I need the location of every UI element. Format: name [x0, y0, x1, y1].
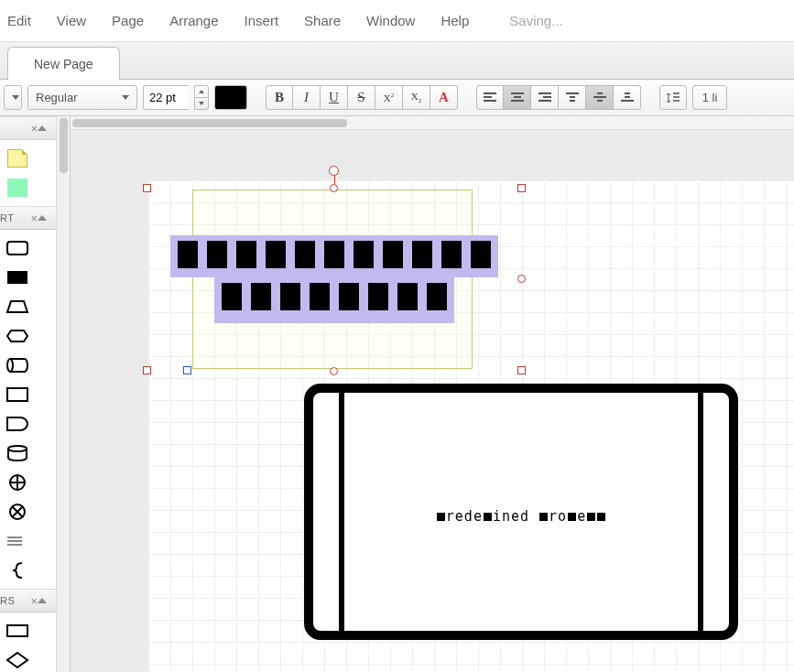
panel1-collapse-icon[interactable] — [38, 125, 47, 131]
panel3-close-icon[interactable]: × — [30, 594, 38, 608]
svg-rect-7 — [7, 625, 27, 636]
clear-format-button[interactable]: A — [430, 85, 458, 110]
panel1-close-icon[interactable]: × — [30, 122, 38, 135]
font-size-input[interactable] — [143, 85, 189, 110]
canvas[interactable]: redeined roe — [148, 180, 794, 672]
shape-rect2[interactable] — [5, 620, 29, 642]
shape-diamond[interactable] — [5, 649, 29, 671]
sticky-note-shape[interactable] — [5, 147, 29, 169]
line-spacing-button[interactable] — [659, 85, 687, 110]
canvas-hscrollbar[interactable] — [71, 116, 794, 130]
shape-rect-outline[interactable] — [5, 384, 29, 406]
shape-rounded-rect[interactable] — [5, 237, 29, 259]
panel2-close-icon[interactable]: × — [30, 211, 38, 225]
formatting-toolbar: Regular B I U S X2 X2 A 1 li — [0, 80, 794, 116]
panel-scrollbar[interactable] — [56, 116, 70, 672]
align-right-button[interactable] — [531, 85, 559, 110]
left-panels: × RT × — [0, 116, 71, 672]
shape-circle-x[interactable] — [5, 501, 29, 523]
canvas-area[interactable]: redeined roe — [71, 116, 794, 672]
menu-window[interactable]: Window — [366, 13, 415, 28]
svg-point-4 — [8, 446, 27, 451]
anchor-handle[interactable] — [183, 366, 191, 374]
align-center-button[interactable] — [504, 85, 531, 110]
align-middle-button[interactable] — [586, 85, 614, 110]
shape-cylinder-h[interactable] — [5, 354, 29, 376]
menu-bar: Edit View Page Arrange Insert Share Wind… — [0, 0, 794, 42]
shape-rect-fill[interactable] — [5, 266, 29, 288]
panel3-header[interactable]: RS × — [0, 589, 56, 612]
shape-half-circle[interactable] — [5, 413, 29, 435]
menu-insert[interactable]: Insert — [245, 13, 279, 28]
tab-strip: New Page — [0, 42, 794, 80]
font-weight-select[interactable]: Regular — [27, 85, 137, 110]
panel3-title: RS — [0, 595, 15, 606]
underline-button[interactable]: U — [321, 85, 348, 110]
device-frame-shape[interactable]: redeined roe — [304, 384, 738, 640]
shape-lines[interactable] — [5, 530, 29, 552]
strike-button[interactable]: S — [348, 85, 375, 110]
page-tab[interactable]: New Page — [7, 47, 120, 80]
italic-button[interactable]: I — [293, 85, 321, 110]
keyboard-shape-row2[interactable] — [214, 277, 454, 323]
font-size-stepper[interactable] — [194, 85, 209, 110]
line-count-label: 1 li — [702, 91, 718, 104]
svg-rect-0 — [7, 242, 27, 255]
font-weight-label: Regular — [36, 91, 78, 104]
shape-cylinder-v[interactable] — [5, 442, 29, 464]
shape-brace-left[interactable] — [5, 559, 29, 581]
align-top-button[interactable] — [559, 85, 586, 110]
keyboard-shape[interactable] — [170, 235, 498, 277]
menu-page[interactable]: Page — [112, 13, 144, 28]
svg-rect-3 — [7, 388, 27, 401]
font-family-select[interactable] — [4, 85, 22, 110]
line-count-select[interactable]: 1 li — [692, 85, 727, 110]
device-text: redeined roe — [313, 508, 729, 525]
saving-status: Saving... — [509, 13, 562, 28]
svg-rect-1 — [7, 271, 27, 284]
menu-view[interactable]: View — [57, 13, 86, 28]
menu-share[interactable]: Share — [304, 13, 341, 28]
page-tab-label: New Page — [34, 57, 93, 71]
mint-rect-shape[interactable] — [5, 177, 29, 199]
panel2-header[interactable]: RT × — [0, 206, 56, 230]
align-bottom-button[interactable] — [614, 85, 641, 110]
rotate-handle[interactable] — [329, 166, 339, 176]
panel1-header[interactable]: × — [0, 116, 56, 140]
align-left-button[interactable] — [476, 85, 504, 110]
menu-arrange[interactable]: Arrange — [169, 13, 218, 28]
svg-point-2 — [7, 359, 13, 372]
panel3-collapse-icon[interactable] — [38, 598, 47, 603]
subscript-button[interactable]: X2 — [403, 85, 430, 110]
shape-hexagon[interactable] — [5, 325, 29, 347]
bold-button[interactable]: B — [266, 85, 293, 110]
shape-trapezoid[interactable] — [5, 296, 29, 318]
text-color-swatch[interactable] — [214, 85, 247, 110]
menu-edit[interactable]: Edit — [7, 13, 31, 28]
shape-circle-plus[interactable] — [5, 471, 29, 493]
panel2-title: RT — [0, 212, 14, 223]
superscript-button[interactable]: X2 — [375, 85, 403, 110]
menu-help[interactable]: Help — [441, 13, 469, 28]
panel2-collapse-icon[interactable] — [38, 215, 47, 221]
